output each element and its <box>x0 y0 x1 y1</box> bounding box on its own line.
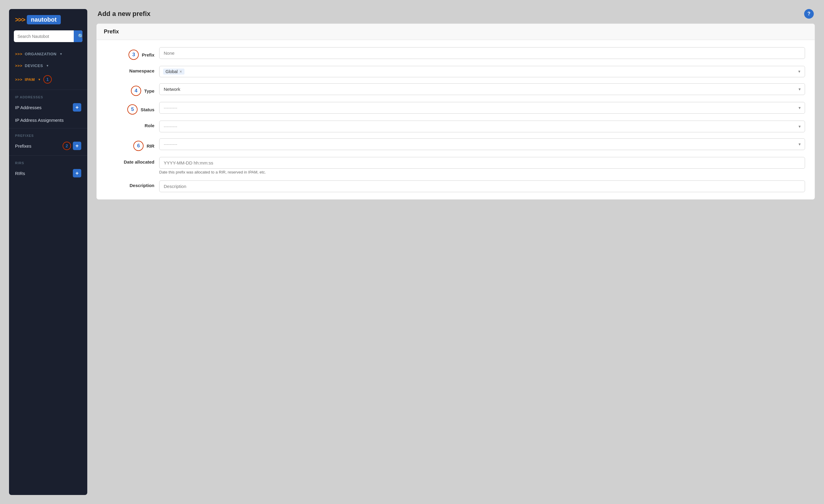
status-control: --------- Active Reserved Deprecated ▼ <box>159 102 805 114</box>
sidebar-item-prefixes[interactable]: Prefixes 2 + <box>9 139 87 153</box>
description-input[interactable] <box>159 180 805 192</box>
prefix-label-area: 3 Prefix <box>106 47 154 60</box>
form-row-role: Role --------- ▼ <box>106 121 805 132</box>
search-input[interactable] <box>14 31 74 42</box>
rir-control: --------- ▼ <box>159 138 805 150</box>
page-header: Add a new prefix ? <box>96 9 815 19</box>
prefixes-step-badge: 2 <box>63 142 71 150</box>
sidebar: >>> nautobot 🔍 >>> ORGANIZATION ▼ >>> DE… <box>9 9 87 495</box>
sidebar-item-ipam[interactable]: >>> IPAM ▼ 1 <box>9 72 87 87</box>
nav-item-label: RIRs <box>15 171 25 176</box>
description-label: Description <box>129 183 154 188</box>
page-title: Add a new prefix <box>98 10 150 18</box>
form-row-type: 4 Type Network Container Pool ▼ <box>106 83 805 96</box>
ipam-step-badge: 1 <box>43 75 52 84</box>
namespace-label-area: Namespace <box>106 66 154 74</box>
form-row-namespace: Namespace Global × ▼ <box>106 66 805 77</box>
chevron-down-icon: ▼ <box>798 70 801 74</box>
role-label-area: Role <box>106 121 154 128</box>
status-select[interactable]: --------- Active Reserved Deprecated <box>159 102 805 114</box>
nav-arrows: >>> <box>15 77 22 82</box>
rir-select[interactable]: --------- <box>159 138 805 150</box>
prefix-input[interactable] <box>159 47 805 59</box>
namespace-tag-global: Global × <box>163 69 185 75</box>
nav-section: >>> ORGANIZATION ▼ >>> DEVICES ▼ >>> IPA… <box>9 48 87 87</box>
status-select-wrapper: --------- Active Reserved Deprecated ▼ <box>159 102 805 114</box>
role-select-wrapper: --------- ▼ <box>159 121 805 132</box>
role-select[interactable]: --------- <box>159 121 805 132</box>
step-badge-4: 4 <box>131 86 141 96</box>
step-badge-5: 5 <box>127 104 137 115</box>
namespace-value: Global <box>166 69 178 74</box>
form-section-title: Prefix <box>97 24 815 40</box>
type-label-area: 4 Type <box>106 83 154 96</box>
type-control: Network Container Pool ▼ <box>159 83 805 95</box>
sidebar-item-label: IPAM <box>25 77 35 82</box>
logo: >>> nautobot <box>9 15 87 30</box>
role-control: --------- ▼ <box>159 121 805 132</box>
prefix-control <box>159 47 805 59</box>
form-row-prefix: 3 Prefix <box>106 47 805 60</box>
sidebar-item-ip-address-assignments[interactable]: IP Address Assignments <box>9 115 87 126</box>
date-control: Date this prefix was allocated to a RIR,… <box>159 157 805 174</box>
namespace-control: Global × ▼ <box>159 66 805 77</box>
search-button[interactable]: 🔍 <box>74 30 83 42</box>
nav-item-label: IP Address Assignments <box>15 118 64 123</box>
type-label: Type <box>144 89 154 94</box>
date-label-area: Date allocated <box>106 157 154 164</box>
status-label-area: 5 Status <box>106 102 154 115</box>
help-button[interactable]: ? <box>804 9 814 19</box>
sidebar-item-devices[interactable]: >>> DEVICES ▼ <box>9 60 87 72</box>
sidebar-item-label: DEVICES <box>25 64 43 68</box>
form-row-description: Description <box>106 180 805 192</box>
remove-namespace-icon[interactable]: × <box>179 69 182 74</box>
chevron-down-icon: ▼ <box>46 64 49 68</box>
prefix-label: Prefix <box>142 52 154 57</box>
form-body: 3 Prefix Namespace Global × <box>97 40 815 200</box>
chevron-down-icon: ▼ <box>60 52 63 55</box>
main-content: Add a new prefix ? Prefix 3 Prefix Names… <box>96 9 815 495</box>
type-select[interactable]: Network Container Pool <box>159 83 805 95</box>
form-row-rir: 6 RIR --------- ▼ <box>106 138 805 151</box>
form-card: Prefix 3 Prefix Namespace <box>96 23 815 200</box>
nav-arrows: >>> <box>15 52 22 56</box>
type-select-wrapper: Network Container Pool ▼ <box>159 83 805 95</box>
rir-label: RIR <box>146 143 154 148</box>
rir-select-wrapper: --------- ▼ <box>159 138 805 150</box>
sidebar-item-ip-addresses[interactable]: IP Addresses + <box>9 100 87 115</box>
date-allocated-input[interactable] <box>159 157 805 169</box>
nav-arrows: >>> <box>15 64 22 68</box>
sidebar-item-label: ORGANIZATION <box>25 52 56 56</box>
form-row-status: 5 Status --------- Active Reserved Depre… <box>106 102 805 115</box>
prefixes-header: PREFIXES <box>9 131 87 139</box>
step-badge-3: 3 <box>128 49 139 60</box>
nav-item-label: IP Addresses <box>15 105 41 110</box>
logo-arrows: >>> <box>15 16 25 24</box>
add-prefix-button[interactable]: + <box>73 142 81 150</box>
nav-item-label: Prefixes <box>15 143 31 148</box>
status-label: Status <box>140 107 154 112</box>
add-ip-address-button[interactable]: + <box>73 103 81 112</box>
namespace-select[interactable]: Global × ▼ <box>159 66 805 77</box>
description-label-area: Description <box>106 180 154 188</box>
role-label: Role <box>144 123 154 128</box>
logo-name: nautobot <box>27 15 61 24</box>
sidebar-item-organization[interactable]: >>> ORGANIZATION ▼ <box>9 48 87 60</box>
date-help-text: Date this prefix was allocated to a RIR,… <box>159 170 805 174</box>
namespace-label: Namespace <box>129 68 154 74</box>
description-control <box>159 180 805 192</box>
add-rir-button[interactable]: + <box>73 169 81 177</box>
search-bar[interactable]: 🔍 <box>14 30 83 42</box>
form-row-date-allocated: Date allocated Date this prefix was allo… <box>106 157 805 174</box>
chevron-down-icon: ▼ <box>38 78 41 81</box>
date-allocated-label: Date allocated <box>124 159 154 164</box>
ip-addresses-header: IP ADDRESSES <box>9 92 87 100</box>
step-badge-6: 6 <box>133 141 143 151</box>
sidebar-item-rirs[interactable]: RIRs + <box>9 166 87 180</box>
rir-label-area: 6 RIR <box>106 138 154 151</box>
rirs-header: RIRS <box>9 158 87 166</box>
